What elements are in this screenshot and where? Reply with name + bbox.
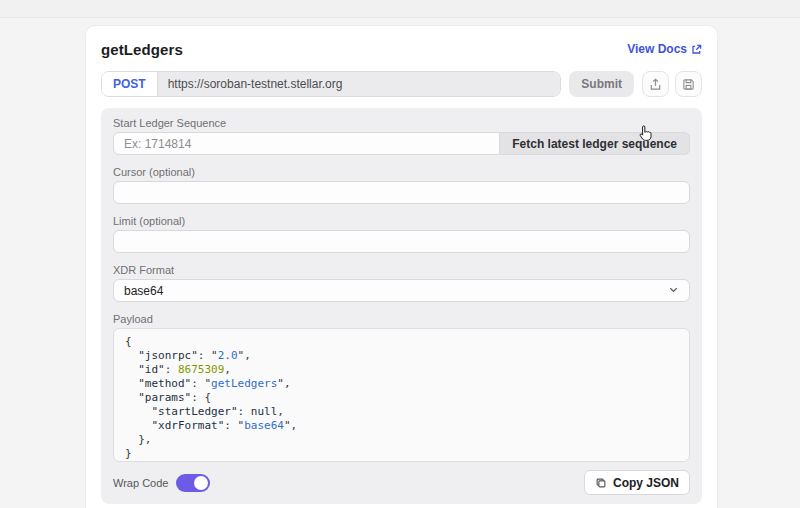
limit-label: Limit (optional): [113, 215, 690, 227]
code-line: "params": {: [125, 391, 678, 405]
page-header-divider: [0, 0, 800, 18]
cursor-input[interactable]: [113, 181, 690, 204]
limit-field: Limit (optional): [113, 215, 690, 253]
code-line: }: [125, 447, 678, 461]
code-line: },: [125, 433, 678, 447]
params-panel: Start Ledger Sequence Fetch latest ledge…: [101, 108, 702, 504]
limit-input[interactable]: [113, 230, 690, 253]
copy-json-label: Copy JSON: [613, 476, 679, 490]
start-ledger-input[interactable]: [113, 132, 500, 155]
start-ledger-field: Start Ledger Sequence Fetch latest ledge…: [113, 117, 690, 155]
card-header: getLedgers View Docs: [101, 38, 702, 60]
method-badge: POST: [102, 72, 158, 96]
wrap-code-group: Wrap Code: [113, 474, 210, 492]
code-line: {: [125, 335, 678, 349]
xdr-format-label: XDR Format: [113, 264, 690, 276]
copy-icon: [595, 477, 607, 489]
wrap-code-label: Wrap Code: [113, 477, 168, 489]
payload-label: Payload: [113, 313, 690, 325]
external-link-icon: [691, 44, 702, 55]
endpoint-group: POST https://soroban-testnet.stellar.org: [101, 71, 561, 97]
xdr-format-select[interactable]: base64: [113, 279, 690, 302]
view-docs-label: View Docs: [627, 42, 687, 56]
share-button[interactable]: [642, 71, 669, 97]
fetch-latest-ledger-button[interactable]: Fetch latest ledger sequence: [500, 132, 690, 155]
code-line: "method": "getLedgers",: [125, 377, 678, 391]
code-line: "xdrFormat": "base64",: [125, 419, 678, 433]
cursor-label: Cursor (optional): [113, 166, 690, 178]
view-docs-link[interactable]: View Docs: [627, 42, 702, 56]
wrap-code-toggle[interactable]: [176, 474, 210, 492]
toggle-knob: [194, 476, 208, 490]
code-line: "jsonrpc": "2.0",: [125, 349, 678, 363]
code-line: "id": 8675309,: [125, 363, 678, 377]
save-icon: [682, 78, 695, 91]
start-ledger-label: Start Ledger Sequence: [113, 117, 690, 129]
payload-code[interactable]: { "jsonrpc": "2.0", "id": 8675309, "meth…: [113, 328, 690, 462]
xdr-format-selected-value: base64: [124, 284, 163, 298]
panel-footer: Wrap Code Copy JSON: [113, 470, 690, 495]
chevron-down-icon: [668, 284, 679, 298]
method-card: getLedgers View Docs POST https://soroba…: [85, 25, 718, 508]
request-bar: POST https://soroban-testnet.stellar.org…: [101, 71, 702, 97]
page-title: getLedgers: [101, 41, 183, 58]
cursor-field: Cursor (optional): [113, 166, 690, 204]
code-line: "startLedger": null,: [125, 405, 678, 419]
xdr-format-field: XDR Format base64: [113, 264, 690, 302]
payload-code-lines: { "jsonrpc": "2.0", "id": 8675309, "meth…: [125, 335, 678, 461]
submit-button[interactable]: Submit: [569, 71, 634, 97]
copy-json-button[interactable]: Copy JSON: [584, 470, 690, 495]
save-button[interactable]: [675, 71, 702, 97]
share-icon: [649, 78, 662, 91]
payload-field: Payload { "jsonrpc": "2.0", "id": 867530…: [113, 313, 690, 462]
url-input[interactable]: https://soroban-testnet.stellar.org: [158, 72, 561, 96]
